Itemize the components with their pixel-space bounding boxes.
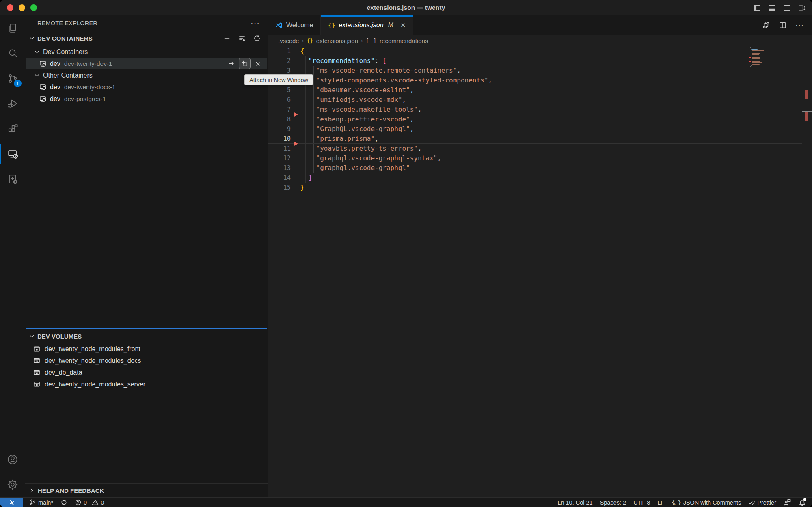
- account-button[interactable]: [0, 447, 25, 472]
- feedback-button[interactable]: [784, 498, 791, 506]
- indentation-status[interactable]: Spaces: 2: [600, 499, 626, 506]
- open-changes-icon[interactable]: [762, 21, 770, 29]
- remote-indicator[interactable]: [0, 498, 23, 507]
- code-line[interactable]: 4 "styled-components.vscode-styled-compo…: [268, 76, 802, 85]
- sidebar-item-dev-containers[interactable]: [0, 166, 25, 192]
- overview-ruler[interactable]: [802, 46, 812, 497]
- language-mode[interactable]: { }⊗ JSON with Comments: [672, 499, 741, 506]
- section-dev-volumes-label: DEV VOLUMES: [37, 333, 82, 340]
- eol-status[interactable]: LF: [657, 499, 664, 506]
- container-group-header[interactable]: Other Containers: [26, 69, 267, 81]
- volume-row[interactable]: dev_twenty_node_modules_docs: [25, 355, 268, 367]
- code-line[interactable]: 8 "esbenp.prettier-vscode",: [268, 114, 802, 124]
- zoom-window-button[interactable]: [30, 4, 37, 11]
- tab-bar: Welcome {} extensions.json M ✕ ···: [268, 15, 812, 35]
- code-text: "styled-components.vscode-styled-compone…: [291, 76, 492, 85]
- volume-row[interactable]: dev_twenty_node_modules_front: [25, 343, 268, 355]
- container-row[interactable]: devdev-twenty-docs-1: [26, 81, 267, 93]
- code-line[interactable]: 10 "prisma.prisma",: [268, 134, 802, 144]
- double-check-icon: [748, 499, 755, 506]
- search-icon: [7, 47, 19, 59]
- breadcrumb-folder[interactable]: .vscode: [278, 37, 299, 44]
- toggle-sidebar-icon[interactable]: [752, 3, 761, 12]
- code-line[interactable]: 9 "GraphQL.vscode-graphql",: [268, 124, 802, 134]
- container-icon: [39, 84, 46, 91]
- formatter-status[interactable]: Prettier: [748, 499, 776, 506]
- line-number[interactable]: 7: [268, 105, 291, 114]
- volume-row[interactable]: dev_twenty_node_modules_server: [25, 378, 268, 390]
- minimap[interactable]: [749, 46, 802, 497]
- line-number[interactable]: 6: [268, 95, 291, 105]
- container-row[interactable]: devdev-postgres-1: [26, 93, 267, 105]
- section-help-and-feedback-header[interactable]: HELP AND FEEDBACK: [25, 483, 268, 497]
- branch-status[interactable]: main*: [29, 499, 53, 506]
- toggle-panel-icon[interactable]: [767, 3, 776, 12]
- array-symbol-icon: [ ]: [366, 37, 377, 44]
- code-line[interactable]: 15}: [268, 183, 802, 192]
- sidebar-item-extensions[interactable]: [0, 116, 25, 141]
- settings-button[interactable]: [0, 472, 25, 497]
- problems-status[interactable]: 0 0: [75, 499, 104, 506]
- attach-container-icon[interactable]: [226, 58, 237, 69]
- close-tab-icon[interactable]: ✕: [400, 22, 406, 29]
- code-editor[interactable]: 1{2 "recommendations": [3 "ms-vscode-rem…: [268, 46, 812, 497]
- language-label: JSON with Comments: [683, 499, 741, 506]
- warning-count: 0: [101, 499, 104, 506]
- split-editor-icon[interactable]: [779, 21, 787, 29]
- line-number[interactable]: 1: [268, 46, 291, 56]
- section-help-label: HELP AND FEEDBACK: [38, 487, 104, 494]
- more-actions-icon[interactable]: ···: [795, 21, 804, 30]
- line-number[interactable]: 8: [268, 114, 291, 124]
- breadcrumb-symbol[interactable]: recommendations: [380, 37, 428, 44]
- attach-in-new-window-icon[interactable]: [239, 58, 250, 69]
- notifications-button[interactable]: [799, 499, 806, 506]
- container-group-header[interactable]: Dev Containers: [26, 46, 267, 58]
- new-container-icon[interactable]: [223, 35, 231, 42]
- code-line[interactable]: 6 "unifiedjs.vscode-mdx",: [268, 95, 802, 105]
- refresh-icon[interactable]: [253, 35, 261, 42]
- line-number[interactable]: 11: [268, 144, 291, 153]
- code-line[interactable]: 14 ]: [268, 173, 802, 183]
- sidebar-item-search[interactable]: [0, 41, 25, 66]
- encoding-status[interactable]: UTF-8: [633, 499, 650, 506]
- code-text: "graphql.vscode-graphql": [291, 163, 410, 173]
- line-number[interactable]: 14: [268, 173, 291, 183]
- close-window-button[interactable]: [7, 4, 13, 11]
- tab-extensions-json[interactable]: {} extensions.json M ✕: [321, 15, 413, 35]
- section-dev-containers-header[interactable]: DEV CONTAINERS: [25, 30, 268, 46]
- code-line[interactable]: 2 "recommendations": [: [268, 56, 802, 66]
- cursor-position[interactable]: Ln 10, Col 21: [557, 499, 592, 506]
- sidebar-item-remote-explorer[interactable]: [0, 141, 25, 166]
- toggle-secondary-sidebar-icon[interactable]: [782, 3, 791, 12]
- sidebar-item-run-debug[interactable]: [0, 91, 25, 116]
- code-line[interactable]: 5 "dbaeumer.vscode-eslint",: [268, 85, 802, 95]
- customize-layout-icon[interactable]: [797, 3, 806, 12]
- volume-row[interactable]: dev_db_data: [25, 367, 268, 378]
- tab-welcome[interactable]: Welcome: [268, 15, 321, 35]
- line-number[interactable]: 12: [268, 153, 291, 163]
- code-line[interactable]: 12 "graphql.vscode-graphql-syntax",: [268, 153, 802, 163]
- code-line[interactable]: 13 "graphql.vscode-graphql": [268, 163, 802, 173]
- section-dev-volumes-header[interactable]: DEV VOLUMES: [25, 329, 268, 343]
- line-number[interactable]: 10: [268, 134, 291, 144]
- line-number[interactable]: 13: [268, 163, 291, 173]
- breadcrumb-file[interactable]: extensions.json: [316, 37, 358, 44]
- minimize-window-button[interactable]: [19, 4, 25, 11]
- sidebar-item-source-control[interactable]: 1: [0, 66, 25, 91]
- branch-icon: [29, 499, 36, 506]
- volume-name: dev_twenty_node_modules_docs: [45, 357, 141, 365]
- line-number[interactable]: 5: [268, 85, 291, 95]
- container-row[interactable]: devdev-twenty-dev-1: [26, 58, 267, 69]
- code-line[interactable]: 11 "yoavbls.pretty-ts-errors",: [268, 144, 802, 153]
- clean-up-containers-icon[interactable]: [238, 35, 246, 42]
- sidebar-more-actions-icon[interactable]: ···: [251, 18, 260, 28]
- code-line[interactable]: 7 "ms-vscode.makefile-tools",: [268, 105, 802, 114]
- stop-container-icon[interactable]: [252, 58, 263, 69]
- line-number[interactable]: 2: [268, 56, 291, 66]
- line-number[interactable]: 15: [268, 183, 291, 192]
- code-line[interactable]: 1{: [268, 46, 802, 56]
- line-number[interactable]: 9: [268, 124, 291, 134]
- sidebar-item-explorer[interactable]: [0, 15, 25, 41]
- code-line[interactable]: 3 "ms-vscode-remote.remote-containers",: [268, 66, 802, 76]
- sync-status[interactable]: [60, 499, 67, 506]
